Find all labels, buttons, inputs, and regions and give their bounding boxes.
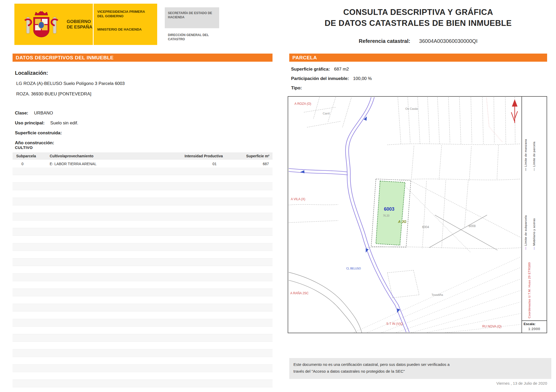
superficie-construida-label: Superficie construida: bbox=[15, 130, 62, 135]
map-label: 6003 bbox=[384, 206, 394, 212]
map-label: CL BELUSO bbox=[346, 267, 361, 270]
table-row bbox=[13, 258, 273, 266]
clase-row: Clase:URBANO bbox=[15, 111, 53, 116]
uso-label: Uso principal: bbox=[15, 120, 44, 125]
legend-line-sample: — bbox=[524, 167, 527, 171]
table-row bbox=[13, 334, 273, 342]
map-label: Toxadiña bbox=[432, 293, 443, 296]
table-row bbox=[13, 266, 273, 274]
participacion-row: Participación del inmueble:100,00 % bbox=[291, 76, 372, 81]
table-row bbox=[13, 380, 273, 387]
legend-line-sample: — bbox=[532, 246, 536, 250]
map-label: Carril bbox=[323, 112, 330, 115]
clase-value: URBANO bbox=[34, 111, 53, 116]
cadastral-reference-row: Referencia catastral:36004A003060030000Q… bbox=[289, 38, 547, 44]
map-label: S-T IN (V)Q bbox=[386, 322, 403, 326]
participacion-label: Participación del inmueble: bbox=[291, 76, 349, 81]
table-row bbox=[13, 342, 273, 349]
legend-item: — Límite de parcela bbox=[532, 102, 536, 171]
map-legend-strip: — Límite de manzana— Límite de parcela— … bbox=[521, 97, 547, 333]
col-subparcela: Subparcela bbox=[16, 154, 36, 158]
col-intensidad: Intensidad Productiva bbox=[185, 154, 223, 158]
table-row bbox=[13, 205, 273, 213]
table-row bbox=[13, 349, 273, 357]
table-row bbox=[13, 183, 273, 190]
table-row bbox=[13, 296, 273, 304]
map-label: RU NOVA (Q) bbox=[482, 325, 502, 328]
scale-value: 1:2000 bbox=[528, 327, 540, 331]
cultivo-section-title: CULTIVO bbox=[15, 145, 33, 150]
section-header-parcela: PARCELA bbox=[289, 54, 547, 62]
clase-label: Clase: bbox=[15, 111, 28, 116]
cell-superficie: 687 bbox=[263, 162, 269, 166]
disclaimer-line-1: Este documento no es una certificación c… bbox=[293, 361, 547, 368]
utm-coordinates-note: Coordenadas U.T.M. Huso 29 ETRS89 bbox=[528, 252, 531, 318]
address-line-1: LG ROZA (A)-BELUSO Suelo Polígono 3 Parc… bbox=[16, 81, 125, 86]
document-title: CONSULTA DESCRIPTIVA Y GRÁFICA DE DATOS … bbox=[289, 7, 547, 29]
anio-construccion-row: Año construcción: bbox=[15, 140, 54, 146]
tipo-label: Tipo: bbox=[291, 85, 302, 90]
cell-intensidad: 01 bbox=[212, 162, 217, 166]
legend-item: — Límite de subparcela bbox=[524, 175, 527, 250]
document-date: Viernes , 13 de Julio de 2020 bbox=[364, 381, 547, 385]
scale-box: Escala: 1:2000 bbox=[521, 320, 547, 332]
cadastral-map-canvas bbox=[288, 97, 521, 333]
map-label: A ROZA (O) bbox=[294, 102, 311, 106]
legend-item-label: Límite de parcela bbox=[532, 142, 536, 167]
superficie-construida-row: Superficie construida: bbox=[15, 130, 62, 136]
map-label: 6004 bbox=[422, 225, 429, 229]
map-label: A RAÑA 2SC bbox=[290, 291, 309, 295]
table-row bbox=[13, 251, 273, 258]
table-row bbox=[13, 168, 273, 175]
disclaimer-note: Este documento no es una certificación c… bbox=[289, 358, 551, 379]
scale-label: Escala: bbox=[524, 322, 536, 326]
ministerio-hacienda-label: MINISTERIO DE HACIENDA bbox=[97, 27, 142, 32]
map-label: 6008 bbox=[469, 224, 476, 228]
legend-line-sample: — bbox=[532, 167, 536, 171]
gobierno-espana-label: GOBIERNO DE ESPAÑA bbox=[67, 19, 97, 30]
cell-cultivo: E- LABOR TIERRA ARENAL bbox=[50, 162, 97, 166]
legend-item-label: Mobiliario y aceras bbox=[532, 218, 536, 246]
table-row bbox=[13, 372, 273, 380]
table-row bbox=[13, 289, 273, 296]
government-logo-box: GOBIERNO DE ESPAÑA bbox=[14, 4, 93, 45]
tipo-row: Tipo: bbox=[291, 85, 306, 91]
table-row bbox=[13, 175, 273, 183]
uso-principal-row: Uso principal:Suelo sin edif. bbox=[15, 120, 78, 126]
anio-construccion-label: Año construcción: bbox=[15, 140, 54, 145]
table-row bbox=[13, 327, 273, 334]
table-row bbox=[13, 319, 273, 327]
title-line-2: DE DATOS CATASTRALES DE BIEN INMUEBLE bbox=[289, 18, 547, 29]
cultivo-table-header: Subparcela Cultivo/aprovechamiento Inten… bbox=[13, 152, 273, 160]
table-row bbox=[13, 312, 273, 319]
legend-item: — Mobiliario y aceras bbox=[532, 175, 536, 250]
title-line-1: CONSULTA DESCRIPTIVA Y GRÁFICA bbox=[289, 7, 547, 18]
cadastral-document-page: GOBIERNO DE ESPAÑA VICEPRESIDENCIA PRIME… bbox=[0, 0, 556, 392]
direccion-catastro-label: DIRECCIÓN GENERAL DEL CATASTRO bbox=[168, 33, 218, 41]
col-superficie: Superficie m² bbox=[246, 154, 269, 158]
table-row bbox=[13, 228, 273, 236]
disclaimer-line-2: través del "Acceso a datos catastrales n… bbox=[293, 368, 547, 375]
legend-item-label: Límite de manzana bbox=[524, 139, 527, 167]
table-row bbox=[13, 236, 273, 243]
table-row bbox=[13, 281, 273, 289]
reference-value: 36004A003060030000QI bbox=[419, 38, 478, 44]
legend-item: — Límite de manzana bbox=[524, 102, 527, 171]
north-arrow-icon bbox=[511, 100, 518, 123]
cadastral-map-frame: A ROZA (O)A VILA (X)A RAÑA 2SCS-T IN (V)… bbox=[288, 96, 547, 333]
secretaria-label: SECRETARÍA DE ESTADO DE HACIENDA bbox=[168, 11, 218, 19]
address-line-2: ROZA. 36930 BUEU [PONTEVEDRA] bbox=[16, 91, 91, 97]
col-cultivo: Cultivo/aprovechamiento bbox=[50, 154, 93, 158]
spain-coat-of-arms bbox=[22, 7, 61, 41]
localizacion-label: Localización: bbox=[15, 70, 48, 76]
table-row bbox=[13, 387, 273, 392]
cultivo-table-empty-rows bbox=[13, 168, 273, 392]
table-row bbox=[13, 357, 273, 365]
superficie-grafica-row: Superficie gráfica:687 m2 bbox=[291, 67, 349, 72]
table-row bbox=[13, 190, 273, 198]
map-label: A JG bbox=[398, 220, 406, 224]
map-label: A VILA (X) bbox=[291, 197, 305, 201]
table-row bbox=[13, 243, 273, 251]
superficie-grafica-value: 687 m2 bbox=[334, 67, 349, 72]
highlighted-parcel bbox=[376, 181, 405, 245]
